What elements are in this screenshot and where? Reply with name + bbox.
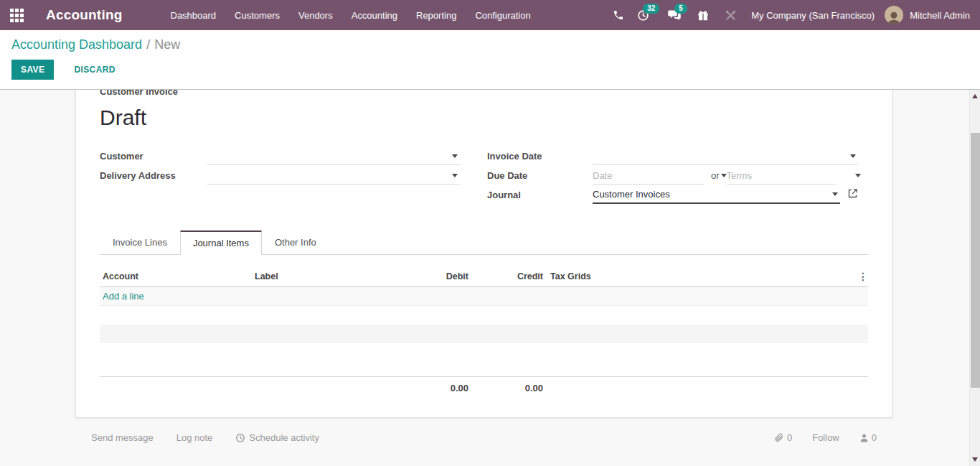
draft-status-title: Draft — [100, 106, 868, 130]
customer-field-row: Customer — [100, 146, 460, 166]
phone-icon — [613, 9, 624, 21]
app-title: Accounting — [46, 7, 123, 23]
menu-configuration[interactable]: Configuration — [466, 0, 540, 30]
journal-value: Customer Invoices — [593, 189, 830, 200]
menu-accounting[interactable]: Accounting — [342, 0, 407, 30]
paperclip-icon — [774, 432, 784, 443]
user-menu[interactable]: Mitchell Admin — [910, 10, 970, 21]
apps-grid-icon — [10, 9, 24, 22]
messages-count-badge: 5 — [674, 4, 687, 14]
activities-count-badge: 32 — [643, 4, 659, 14]
journal-label: Journal — [487, 190, 593, 200]
schedule-activity-button[interactable]: Schedule activity — [235, 432, 319, 443]
form-view-scroll-area: Customer Invoice Draft Customer Delivery… — [0, 90, 980, 466]
totals-row: 0.00 0.00 — [100, 377, 868, 393]
tab-other-info[interactable]: Other Info — [262, 230, 329, 255]
scrollbar-thumb[interactable] — [971, 133, 980, 388]
avatar-person-icon — [886, 10, 902, 24]
add-a-line-link[interactable]: Add a line — [100, 291, 868, 302]
breadcrumb-separator: / — [146, 37, 150, 52]
attachments-button[interactable]: 0 — [774, 432, 792, 443]
attachments-count: 0 — [787, 432, 792, 443]
delivery-address-input[interactable] — [207, 167, 450, 183]
debit-total: 0.00 — [417, 383, 471, 393]
main-menu: Dashboard Customers Vendors Accounting R… — [161, 0, 540, 30]
tools-icon — [725, 9, 737, 22]
debug-tools-button[interactable] — [718, 0, 743, 30]
table-row — [100, 325, 868, 343]
invoice-form-sheet: Customer Invoice Draft Customer Delivery… — [75, 90, 892, 418]
company-switcher[interactable]: My Company (San Francisco) — [751, 10, 875, 21]
notebook-tabs: Invoice Lines Journal Items Other Info — [100, 230, 868, 255]
follow-button[interactable]: Follow — [812, 432, 839, 443]
invoice-date-label: Invoice Date — [487, 151, 593, 162]
customer-field[interactable] — [207, 148, 460, 165]
customer-input[interactable] — [207, 148, 450, 164]
delivery-address-field[interactable] — [207, 167, 460, 185]
follower-person-icon — [859, 433, 869, 443]
scroll-up-arrow-icon[interactable] — [972, 94, 978, 98]
table-row — [100, 306, 868, 325]
invoice-date-field[interactable] — [593, 148, 858, 165]
chevron-down-icon[interactable] — [855, 174, 861, 177]
breadcrumb-parent-link[interactable]: Accounting Dashboard — [11, 37, 142, 52]
column-header-label: Label — [252, 271, 417, 281]
top-navbar: Accounting Dashboard Customers Vendors A… — [0, 0, 980, 30]
menu-customers[interactable]: Customers — [225, 0, 289, 30]
due-date-field-row: Due Date or — [487, 166, 858, 185]
due-date-input[interactable] — [593, 167, 719, 183]
user-avatar[interactable] — [885, 6, 903, 24]
column-header-account: Account — [100, 271, 252, 281]
column-header-debit: Debit — [417, 271, 471, 281]
tab-invoice-lines[interactable]: Invoice Lines — [100, 230, 180, 255]
journal-items-table: Account Label Debit Credit Tax Grids ⋮ A… — [100, 266, 868, 393]
chatter: Send message Log note Schedule activity … — [75, 418, 892, 443]
menu-vendors[interactable]: Vendors — [289, 0, 342, 30]
customer-label: Customer — [100, 151, 207, 162]
log-note-label: Log note — [176, 432, 213, 443]
table-row — [100, 343, 868, 362]
table-header-row: Account Label Debit Credit Tax Grids ⋮ — [100, 266, 868, 287]
credit-total: 0.00 — [471, 383, 546, 393]
followers-count: 0 — [872, 432, 877, 443]
add-line-row: Add a line — [100, 287, 868, 306]
apps-menu-button[interactable] — [0, 0, 33, 30]
external-link-icon — [847, 188, 858, 199]
journal-external-link-button[interactable] — [847, 188, 858, 202]
delivery-address-field-row: Delivery Address — [100, 166, 460, 185]
tab-journal-items[interactable]: Journal Items — [180, 230, 262, 255]
journal-field[interactable]: Customer Invoices — [593, 187, 840, 204]
schedule-activity-label: Schedule activity — [249, 432, 319, 443]
payment-terms-input[interactable] — [727, 167, 853, 183]
menu-reporting[interactable]: Reporting — [407, 0, 466, 30]
or-label: or — [711, 170, 720, 181]
invoice-date-input[interactable] — [593, 148, 848, 164]
delivery-address-label: Delivery Address — [100, 170, 207, 181]
chevron-down-icon[interactable] — [832, 192, 838, 196]
due-date-field[interactable] — [593, 167, 704, 185]
vertical-scrollbar[interactable] — [969, 90, 980, 466]
rewards-button[interactable] — [691, 0, 715, 30]
schedule-clock-icon — [235, 433, 245, 443]
invoice-date-field-row: Invoice Date — [487, 146, 858, 166]
activities-button[interactable]: 32 — [631, 0, 655, 30]
optional-columns-icon[interactable]: ⋮ — [851, 273, 868, 280]
due-date-label: Due Date — [487, 170, 593, 181]
discard-button[interactable]: DISCARD — [67, 60, 122, 80]
breadcrumb: Accounting Dashboard/New — [11, 37, 969, 52]
chevron-down-icon[interactable] — [452, 174, 458, 177]
voip-phone-button[interactable] — [606, 0, 631, 30]
save-button[interactable]: SAVE — [11, 60, 54, 80]
follow-label: Follow — [812, 432, 839, 443]
control-panel: Accounting Dashboard/New SAVE DISCARD — [0, 30, 980, 90]
menu-dashboard[interactable]: Dashboard — [161, 0, 226, 30]
scroll-down-arrow-icon[interactable] — [972, 457, 978, 462]
breadcrumb-current: New — [154, 37, 180, 52]
messages-button[interactable]: 5 — [662, 0, 687, 30]
send-message-button[interactable]: Send message — [91, 432, 154, 443]
log-note-button[interactable]: Log note — [176, 432, 213, 443]
chevron-down-icon[interactable] — [850, 154, 856, 158]
chevron-down-icon[interactable] — [452, 154, 458, 158]
followers-button[interactable]: 0 — [859, 432, 877, 443]
payment-terms-field[interactable] — [727, 167, 836, 185]
